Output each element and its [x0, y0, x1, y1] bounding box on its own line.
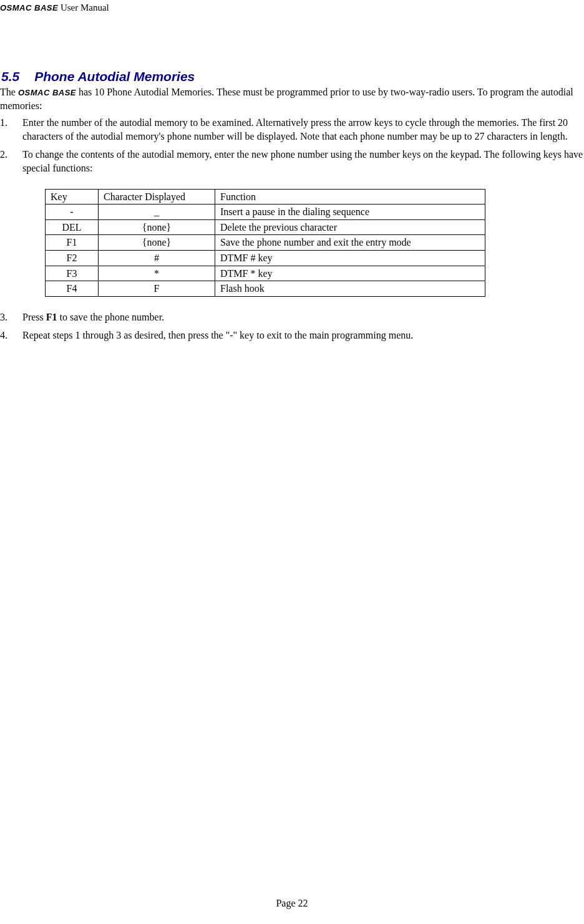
- th-key: Key: [46, 189, 99, 205]
- cell-func: Insert a pause in the dialing sequence: [215, 205, 485, 220]
- section-number: 5.5: [1, 69, 19, 84]
- cell-func: Delete the previous character: [215, 219, 485, 235]
- key-function-table: Key Character Displayed Function - _ Ins…: [45, 189, 485, 297]
- section-title-text: Phone Autodial Memories: [34, 69, 195, 84]
- step-number: 1.: [0, 116, 12, 130]
- cell-key: F4: [46, 281, 99, 297]
- cell-func: Save the phone number and exit the entry…: [215, 235, 485, 251]
- cell-char: *: [99, 266, 215, 281]
- cell-key: F3: [46, 266, 99, 281]
- table-row: F4 F Flash hook: [46, 281, 485, 297]
- intro-paragraph: The OSMAC BASE has 10 Phone Autodial Mem…: [0, 85, 584, 112]
- step-text: Enter the number of the autodial memory …: [22, 117, 568, 142]
- step-number: 3.: [0, 310, 12, 324]
- intro-pre: The: [0, 87, 18, 97]
- cell-char: {none}: [99, 235, 215, 251]
- step-pre: Press: [22, 312, 46, 322]
- cell-key: F2: [46, 250, 99, 266]
- step-number: 4.: [0, 329, 12, 342]
- th-func: Function: [215, 189, 485, 205]
- th-char: Character Displayed: [99, 189, 215, 205]
- step-post: to save the phone number.: [57, 312, 165, 322]
- steps-list: 1. Enter the number of the autodial memo…: [0, 116, 584, 342]
- table-header-row: Key Character Displayed Function: [46, 189, 485, 205]
- cell-char: {none}: [99, 219, 215, 235]
- cell-char: _: [99, 205, 215, 220]
- table-row: F3 * DTMF * key: [46, 266, 485, 281]
- brand-name: OSMAC BASE: [0, 3, 58, 12]
- page-footer: Page 22: [0, 898, 584, 909]
- cell-key: F1: [46, 235, 99, 251]
- table-row: F1 {none} Save the phone number and exit…: [46, 235, 485, 251]
- cell-func: DTMF * key: [215, 266, 485, 281]
- step-text: To change the contents of the autodial m…: [22, 149, 583, 173]
- header-text: User Manual: [58, 2, 109, 12]
- cell-key: -: [46, 205, 99, 220]
- cell-func: DTMF # key: [215, 250, 485, 266]
- table-row: - _ Insert a pause in the dialing sequen…: [46, 205, 485, 220]
- step-bold-key: F1: [46, 312, 57, 322]
- cell-char: #: [99, 250, 215, 266]
- step-4: 4. Repeat steps 1 through 3 as desired, …: [0, 329, 584, 342]
- step-1: 1. Enter the number of the autodial memo…: [0, 116, 584, 143]
- brand-name-inline: OSMAC BASE: [18, 88, 76, 97]
- page-header: OSMAC BASE User Manual: [0, 2, 584, 13]
- cell-func: Flash hook: [215, 281, 485, 297]
- step-2: 2. To change the contents of the autodia…: [0, 148, 584, 296]
- step-text: Repeat steps 1 through 3 as desired, the…: [22, 330, 413, 340]
- intro-post: has 10 Phone Autodial Memories. These mu…: [0, 87, 573, 111]
- step-number: 2.: [0, 148, 12, 161]
- cell-key: DEL: [46, 219, 99, 235]
- step-3: 3. Press F1 to save the phone number.: [0, 310, 584, 324]
- cell-char: F: [99, 281, 215, 297]
- section-heading: 5.5Phone Autodial Memories: [0, 69, 584, 84]
- table-row: F2 # DTMF # key: [46, 250, 485, 266]
- table-row: DEL {none} Delete the previous character: [46, 219, 485, 235]
